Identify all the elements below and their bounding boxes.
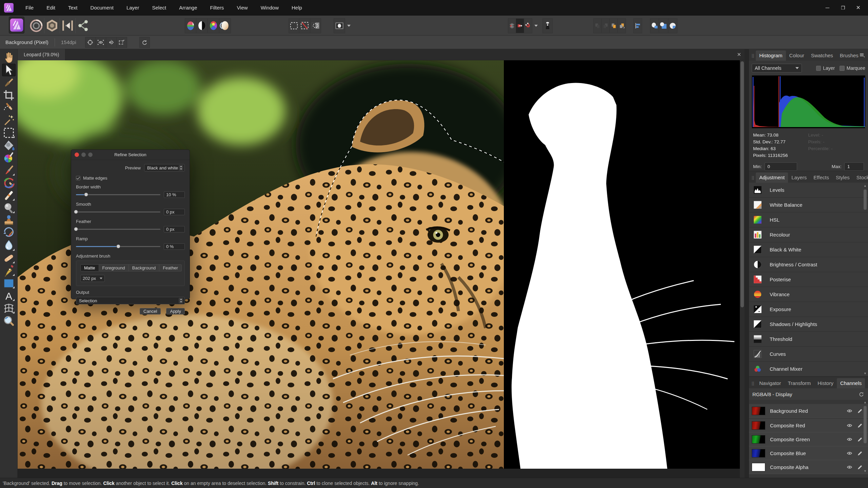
marquee-select-tool[interactable]	[2, 126, 16, 139]
auto-contrast-button[interactable]	[196, 18, 208, 33]
menu-layer[interactable]: Layer	[120, 0, 146, 16]
ramp-slider[interactable]	[76, 246, 160, 247]
adjustment-item-vibrance[interactable]: Vibrance	[749, 287, 868, 302]
develop-persona-button[interactable]	[44, 18, 60, 33]
eye-icon[interactable]	[846, 464, 853, 470]
pencil-icon[interactable]	[857, 464, 863, 470]
channel-row-composite-alpha[interactable]: Composite Alpha	[749, 460, 868, 474]
eye-button[interactable]	[96, 37, 106, 48]
healing-brush-tool[interactable]	[2, 252, 16, 264]
adjustment-scrollbar[interactable]: ▲ ▼	[863, 184, 867, 375]
target-button[interactable]	[85, 37, 96, 48]
assistant-button[interactable]	[542, 18, 553, 33]
adjustment-item-posterise[interactable]: Posterise	[749, 272, 868, 287]
close-button[interactable]: ✕	[856, 5, 861, 11]
adjustment-item-shadows-highlights[interactable]: Shadows / Highlights	[749, 317, 868, 332]
tab-channels[interactable]: Channels	[837, 378, 865, 388]
move-by-whole-pixels-button[interactable]	[516, 18, 524, 33]
brush-mode-foreground[interactable]: Foreground	[99, 264, 129, 271]
zoom-tool[interactable]	[2, 314, 16, 327]
channel-selector-dropdown[interactable]: All Channels	[752, 64, 802, 73]
canvas-vscrollbar-thumb[interactable]	[741, 61, 744, 307]
transform-button[interactable]	[117, 37, 127, 48]
smooth-value[interactable]: 0 px	[164, 209, 185, 215]
tab-history[interactable]: History	[814, 378, 837, 388]
tab-transform[interactable]: Transform	[784, 378, 814, 388]
brush-mode-background[interactable]: Background	[129, 264, 159, 271]
crop-tool[interactable]	[2, 89, 16, 101]
reset-icon[interactable]	[858, 391, 865, 398]
scroll-down-icon[interactable]: ▼	[863, 372, 867, 375]
preview-dropdown[interactable]: Black and white	[144, 164, 185, 171]
pencil-icon[interactable]	[857, 408, 863, 414]
auto-colour-button[interactable]	[208, 18, 219, 33]
pencil-icon[interactable]	[857, 450, 863, 456]
erase-brush-tool[interactable]	[2, 189, 16, 202]
marquee-checkbox[interactable]	[840, 66, 845, 71]
text-tool[interactable]: A	[2, 289, 16, 302]
restore-button[interactable]: ❐	[841, 5, 845, 10]
chevron-down-icon[interactable]	[347, 25, 351, 27]
tab-navigator[interactable]: Navigator	[756, 378, 784, 388]
panel-menu-icon[interactable]	[859, 52, 865, 58]
canvas-mask[interactable]	[504, 60, 740, 469]
menu-edit[interactable]: Edit	[40, 0, 62, 16]
menu-arrange[interactable]: Arrange	[173, 0, 203, 16]
matte-edges-checkbox[interactable]	[76, 176, 80, 180]
border-width-slider-thumb[interactable]	[84, 192, 88, 197]
menu-help[interactable]: Help	[285, 0, 309, 16]
eye-icon[interactable]	[846, 450, 853, 456]
brush-mode-matte[interactable]: Matte	[80, 264, 99, 271]
feather-value[interactable]: 0 px	[164, 226, 185, 232]
liquify-persona-button[interactable]	[28, 18, 44, 33]
adjustment-item-hsl[interactable]: HSL	[749, 212, 868, 227]
alignment-button[interactable]	[633, 18, 642, 33]
panel-grip[interactable]: ||	[752, 53, 754, 58]
adjustment-item-white-balance[interactable]: White Balance	[749, 198, 868, 212]
adjustment-item-channel-mixer[interactable]: Channel Mixer	[749, 362, 868, 377]
channel-row-background-red[interactable]: Background Red	[749, 404, 868, 418]
menu-view[interactable]: View	[230, 0, 254, 16]
dialog-close-button[interactable]	[75, 152, 79, 157]
adjustment-scrollbar-thumb[interactable]	[864, 189, 867, 210]
tab-brushes[interactable]: Brushes	[836, 50, 862, 61]
flood-select-tool[interactable]	[2, 114, 16, 126]
tab-stock[interactable]: Stock	[853, 172, 868, 183]
adjustment-item-recolour[interactable]: Recolour	[749, 227, 868, 242]
invert-selection-button[interactable]	[310, 18, 321, 33]
tab-histogram[interactable]: Histogram	[756, 50, 786, 61]
insert-inside-button[interactable]	[610, 18, 618, 33]
brush-size-dropdown[interactable]: 202 px	[80, 275, 105, 282]
document-tab[interactable]: Leopard (79.0%)	[18, 49, 65, 60]
auto-levels-button[interactable]	[185, 18, 196, 33]
ramp-value[interactable]: 0 %	[164, 243, 185, 250]
menu-select[interactable]: Select	[145, 0, 173, 16]
pen-tool[interactable]	[2, 264, 16, 277]
menu-file[interactable]: File	[19, 0, 40, 16]
rotate-button[interactable]	[139, 37, 150, 48]
channel-row-composite-green[interactable]: Composite Green	[749, 432, 868, 446]
menu-window[interactable]: Window	[254, 0, 285, 16]
min-input[interactable]: 0	[765, 162, 797, 171]
cancel-button[interactable]: Cancel	[140, 308, 161, 314]
scroll-down-icon[interactable]: ▼	[863, 469, 867, 473]
menu-filters[interactable]: Filters	[204, 0, 231, 16]
eye-icon[interactable]	[846, 436, 853, 443]
tone-mapping-persona-button[interactable]	[60, 18, 75, 33]
mask-circle-button[interactable]	[668, 18, 677, 33]
chevron-down-icon[interactable]	[534, 25, 538, 27]
pencil-icon[interactable]	[857, 422, 863, 429]
channels-scrollbar[interactable]: ▲ ▼	[863, 401, 867, 473]
scroll-up-icon[interactable]: ▲	[863, 184, 867, 187]
minimize-button[interactable]: ─	[826, 5, 829, 11]
selection-brush-tool[interactable]	[2, 101, 16, 114]
max-input[interactable]: 1	[844, 162, 864, 171]
menu-text[interactable]: Text	[62, 0, 84, 16]
canvas-vertical-scrollbar[interactable]	[740, 60, 745, 478]
flood-fill-tool[interactable]	[2, 139, 16, 151]
arrange-dim-2-button[interactable]	[601, 18, 610, 33]
adjustment-item-black-white[interactable]: Black & White	[749, 242, 868, 257]
adjustment-item-exposure[interactable]: Exposure	[749, 302, 868, 317]
adjustment-item-brightness-contrast[interactable]: Brightness / Contrast	[749, 257, 868, 272]
shape-tool[interactable]	[2, 277, 16, 289]
